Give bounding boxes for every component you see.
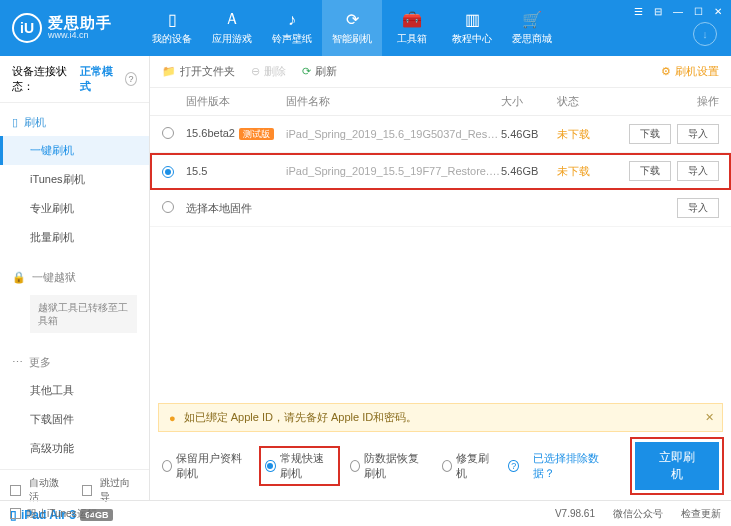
help-icon[interactable]: ? — [508, 460, 518, 472]
help-icon[interactable]: ? — [125, 72, 137, 86]
lock-small-icon: 🔒 — [12, 271, 26, 284]
nav-store[interactable]: 🛒爱思商城 — [502, 0, 562, 56]
sidebar-item-advanced[interactable]: 高级功能 — [0, 434, 149, 463]
flash-settings-button[interactable]: ⚙刷机设置 — [661, 64, 719, 79]
window-controls: ☰ ⊟ — ☐ ✕ — [631, 4, 725, 18]
nav-tutorial[interactable]: ▥教程中心 — [442, 0, 502, 56]
sidebar-item-pro[interactable]: 专业刷机 — [0, 194, 149, 223]
menu-icon[interactable]: ☰ — [631, 4, 645, 18]
cart-icon: 🛒 — [523, 11, 541, 29]
sidebar-group-more[interactable]: ⋯ 更多 — [0, 349, 149, 376]
sidebar-group-jailbreak[interactable]: 🔒 一键越狱 — [0, 264, 149, 291]
col-ops: 操作 — [607, 94, 719, 109]
opt-keep-data[interactable]: 保留用户资料刷机 — [162, 451, 249, 481]
local-firmware-row[interactable]: 选择本地固件 导入 — [150, 190, 731, 227]
col-name: 固件名称 — [286, 94, 501, 109]
nav-apps[interactable]: Ａ应用游戏 — [202, 0, 262, 56]
opt-anti-recovery[interactable]: 防数据恢复刷机 — [350, 451, 428, 481]
firmware-size: 5.46GB — [501, 165, 557, 177]
table-header: 固件版本 固件名称 大小 状态 操作 — [150, 88, 731, 116]
row-radio[interactable] — [162, 166, 174, 178]
version-label: V7.98.61 — [555, 508, 595, 519]
sidebar-item-other-tools[interactable]: 其他工具 — [0, 376, 149, 405]
connection-status: 设备连接状态：正常模式 ? — [0, 56, 149, 103]
phone-icon: ▯ — [163, 11, 181, 29]
block-itunes-checkbox[interactable] — [10, 508, 21, 519]
minimize-icon[interactable]: — — [671, 4, 685, 18]
firmware-name: iPad_Spring_2019_15.6_19G5037d_Restore.i… — [286, 128, 501, 140]
brand-url: www.i4.cn — [48, 31, 112, 41]
title-bar: iU 爱思助手 www.i4.cn ▯我的设备 Ａ应用游戏 ♪铃声壁纸 ⟳智能刷… — [0, 0, 731, 56]
brand-name: 爱思助手 — [48, 15, 112, 32]
beta-tag: 测试版 — [239, 128, 274, 140]
block-itunes-label: 阻止iTunes运行 — [27, 507, 97, 521]
import-button[interactable]: 导入 — [677, 124, 719, 144]
toolbar: 📁打开文件夹 ⊖删除 ⟳刷新 ⚙刷机设置 — [150, 56, 731, 88]
maximize-icon[interactable]: ☐ — [691, 4, 705, 18]
row-radio[interactable] — [162, 201, 174, 213]
refresh-small-icon: ⟳ — [302, 65, 311, 78]
delete-button: ⊖删除 — [251, 64, 286, 79]
nav-ringtone[interactable]: ♪铃声壁纸 — [262, 0, 322, 56]
download-manager-icon[interactable]: ↓ — [693, 22, 717, 46]
col-version: 固件版本 — [186, 94, 286, 109]
refresh-button[interactable]: ⟳刷新 — [302, 64, 337, 79]
nav-toolbox[interactable]: 🧰工具箱 — [382, 0, 442, 56]
wechat-link[interactable]: 微信公众号 — [613, 507, 663, 521]
nav-flash[interactable]: ⟳智能刷机 — [322, 0, 382, 56]
sidebar-item-oneclick[interactable]: 一键刷机 — [0, 136, 149, 165]
apps-icon: Ａ — [223, 11, 241, 29]
music-icon: ♪ — [283, 11, 301, 29]
sidebar-group-flash[interactable]: ▯ 刷机 — [0, 109, 149, 136]
import-button[interactable]: 导入 — [677, 198, 719, 218]
sidebar-item-download-fw[interactable]: 下载固件 — [0, 405, 149, 434]
firmware-name: iPad_Spring_2019_15.5_19F77_Restore.ipsw — [286, 165, 501, 177]
logo-icon: iU — [12, 13, 42, 43]
phone-small-icon: ▯ — [12, 116, 18, 129]
firmware-row[interactable]: 15.5 iPad_Spring_2019_15.5_19F77_Restore… — [150, 153, 731, 190]
top-nav: ▯我的设备 Ａ应用游戏 ♪铃声壁纸 ⟳智能刷机 🧰工具箱 ▥教程中心 🛒爱思商城 — [142, 0, 562, 56]
firmware-status: 未下载 — [557, 127, 607, 142]
col-status: 状态 — [557, 94, 607, 109]
download-button[interactable]: 下载 — [629, 161, 671, 181]
download-button[interactable]: 下载 — [629, 124, 671, 144]
col-size: 大小 — [501, 94, 557, 109]
main-content: 📁打开文件夹 ⊖删除 ⟳刷新 ⚙刷机设置 固件版本 固件名称 大小 状态 操作 … — [150, 56, 731, 500]
jailbreak-notice: 越狱工具已转移至工具箱 — [30, 295, 137, 333]
folder-icon: 📁 — [162, 65, 176, 78]
refresh-icon: ⟳ — [343, 11, 361, 29]
row-radio[interactable] — [162, 127, 174, 139]
appleid-warning: ● 如已绑定 Apple ID，请先备好 Apple ID和密码。 ✕ — [158, 403, 723, 432]
delete-icon: ⊖ — [251, 65, 260, 78]
close-warning-icon[interactable]: ✕ — [705, 411, 714, 424]
toolbox-icon: 🧰 — [403, 11, 421, 29]
local-firmware-label: 选择本地固件 — [186, 201, 607, 216]
flash-now-button[interactable]: 立即刷机 — [635, 442, 719, 490]
nav-my-device[interactable]: ▯我的设备 — [142, 0, 202, 56]
sidebar: 设备连接状态：正常模式 ? ▯ 刷机 一键刷机 iTunes刷机 专业刷机 批量… — [0, 56, 150, 500]
warning-icon: ● — [169, 412, 176, 424]
firmware-row[interactable]: 15.6beta2测试版 iPad_Spring_2019_15.6_19G50… — [150, 116, 731, 153]
lock-icon[interactable]: ⊟ — [651, 4, 665, 18]
more-icon: ⋯ — [12, 356, 23, 369]
open-folder-button[interactable]: 📁打开文件夹 — [162, 64, 235, 79]
flash-options: 保留用户资料刷机 常规快速刷机 防数据恢复刷机 修复刷机 ? 已选择排除数据？ … — [150, 432, 731, 500]
auto-activate-checkbox[interactable] — [10, 485, 21, 496]
status-bar: 阻止iTunes运行 V7.98.61 微信公众号 检查更新 — [0, 500, 731, 526]
gear-icon: ⚙ — [661, 65, 671, 78]
opt-normal-flash[interactable]: 常规快速刷机 — [263, 450, 336, 482]
book-icon: ▥ — [463, 11, 481, 29]
import-button[interactable]: 导入 — [677, 161, 719, 181]
brand: iU 爱思助手 www.i4.cn — [12, 13, 112, 43]
opt-repair[interactable]: 修复刷机 — [442, 451, 492, 481]
exclude-data-link[interactable]: 已选择排除数据？ — [533, 451, 607, 481]
check-update-link[interactable]: 检查更新 — [681, 507, 721, 521]
firmware-size: 5.46GB — [501, 128, 557, 140]
skip-guide-checkbox[interactable] — [82, 485, 93, 496]
sidebar-item-itunes[interactable]: iTunes刷机 — [0, 165, 149, 194]
close-icon[interactable]: ✕ — [711, 4, 725, 18]
firmware-status: 未下载 — [557, 164, 607, 179]
sidebar-item-batch[interactable]: 批量刷机 — [0, 223, 149, 252]
